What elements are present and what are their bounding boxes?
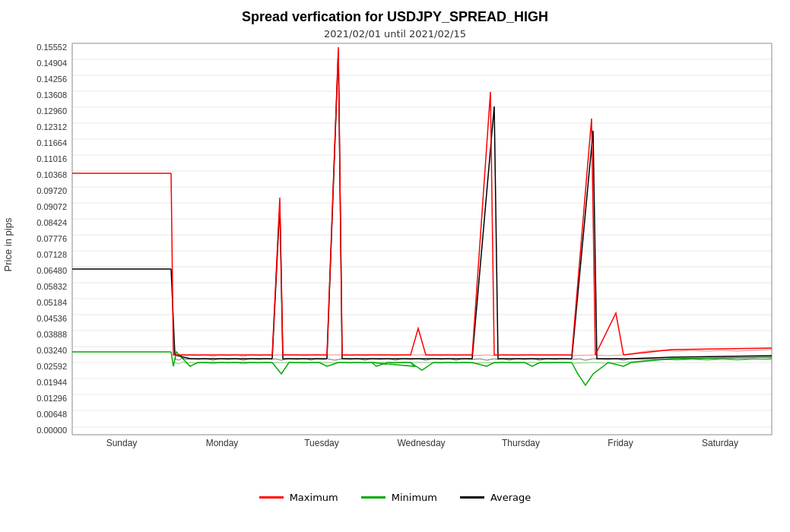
svg-text:0.01944: 0.01944 bbox=[36, 378, 67, 387]
svg-text:0.09072: 0.09072 bbox=[36, 202, 67, 211]
legend-average-line bbox=[460, 496, 484, 499]
legend-maximum-line bbox=[259, 496, 284, 499]
legend-minimum: Minimum bbox=[361, 492, 437, 503]
svg-text:0.03240: 0.03240 bbox=[36, 346, 67, 355]
legend-maximum-label: Maximum bbox=[290, 492, 338, 503]
svg-text:Sunday: Sunday bbox=[106, 438, 138, 448]
svg-text:0.04536: 0.04536 bbox=[36, 314, 67, 323]
chart-svg: 0.15552 0.14904 0.14256 0.13608 0.12960 … bbox=[0, 40, 790, 488]
chart-container: Spread verfication for USDJPY_SPREAD_HIG… bbox=[0, 0, 790, 532]
svg-text:0.05832: 0.05832 bbox=[36, 282, 67, 291]
svg-text:0.15552: 0.15552 bbox=[36, 43, 67, 52]
legend-minimum-label: Minimum bbox=[392, 492, 437, 503]
legend-minimum-line bbox=[361, 496, 385, 499]
svg-text:0.10368: 0.10368 bbox=[36, 170, 67, 179]
svg-text:0.12960: 0.12960 bbox=[36, 106, 67, 116]
legend: Maximum Minimum Average bbox=[0, 492, 790, 503]
legend-maximum: Maximum bbox=[259, 492, 338, 503]
svg-text:0.00648: 0.00648 bbox=[36, 410, 67, 419]
svg-text:Wednesday: Wednesday bbox=[397, 438, 445, 448]
chart-subtitle: 2021/02/01 until 2021/02/15 bbox=[0, 28, 790, 40]
y-axis: 0.15552 0.14904 0.14256 0.13608 0.12960 … bbox=[36, 43, 67, 435]
svg-text:0.06480: 0.06480 bbox=[36, 266, 67, 275]
svg-text:0.11664: 0.11664 bbox=[36, 138, 67, 147]
svg-text:0.00000: 0.00000 bbox=[36, 426, 67, 435]
svg-text:0.14256: 0.14256 bbox=[36, 74, 67, 84]
legend-average-label: Average bbox=[490, 492, 531, 503]
svg-text:0.12312: 0.12312 bbox=[36, 122, 67, 131]
chart-title: Spread verfication for USDJPY_SPREAD_HIG… bbox=[0, 0, 790, 25]
svg-text:Tuesday: Tuesday bbox=[304, 438, 339, 448]
y-axis-label: Price in pips bbox=[2, 217, 14, 271]
svg-text:0.02592: 0.02592 bbox=[36, 362, 67, 371]
legend-average: Average bbox=[460, 492, 531, 503]
svg-text:0.03888: 0.03888 bbox=[36, 330, 67, 339]
x-axis: Sunday Monday Tuesday Wednesday Thursday… bbox=[106, 438, 738, 448]
svg-text:0.11016: 0.11016 bbox=[36, 154, 67, 163]
svg-text:Thursday: Thursday bbox=[502, 438, 540, 448]
svg-text:0.09720: 0.09720 bbox=[36, 186, 67, 195]
svg-text:Friday: Friday bbox=[608, 438, 633, 448]
svg-text:Saturday: Saturday bbox=[702, 438, 738, 448]
svg-text:Monday: Monday bbox=[206, 438, 239, 448]
svg-text:0.13608: 0.13608 bbox=[36, 90, 67, 100]
svg-text:0.05184: 0.05184 bbox=[36, 298, 67, 307]
svg-text:0.14904: 0.14904 bbox=[36, 59, 67, 68]
plot-area bbox=[72, 43, 772, 435]
svg-text:0.08424: 0.08424 bbox=[36, 218, 67, 227]
svg-text:0.01296: 0.01296 bbox=[36, 394, 67, 403]
svg-text:0.07776: 0.07776 bbox=[36, 234, 67, 243]
svg-text:0.07128: 0.07128 bbox=[36, 250, 67, 259]
